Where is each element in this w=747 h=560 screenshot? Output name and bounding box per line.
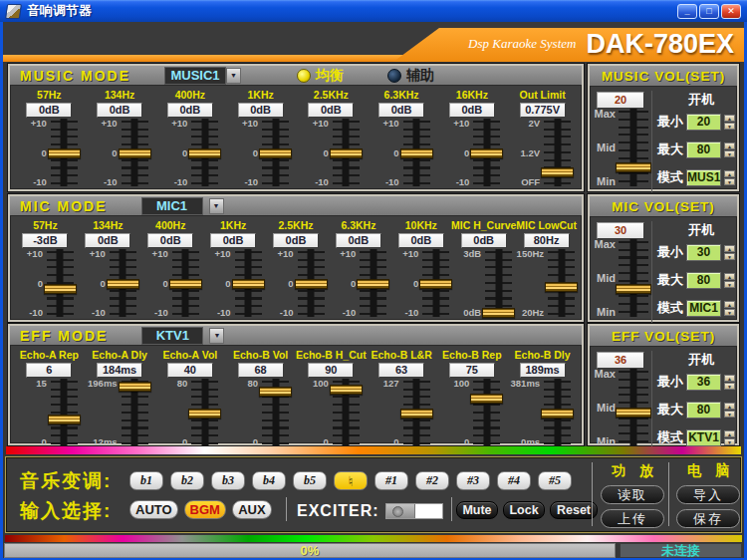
slider-handle[interactable] (259, 148, 292, 158)
vol-slider-handle[interactable] (616, 162, 651, 172)
spinner[interactable]: ▲▼ (724, 273, 735, 288)
slider-handle[interactable] (107, 279, 139, 289)
transpose-button-#5[interactable]: #5 (538, 471, 572, 490)
toggle-knob[interactable] (386, 504, 415, 518)
reset-button[interactable]: Reset (550, 501, 598, 519)
spinner-down-icon[interactable]: ▼ (724, 309, 735, 316)
slider-track[interactable] (110, 251, 136, 315)
slider-handle[interactable] (44, 284, 77, 294)
amp-upload-button[interactable]: 上传 (601, 509, 664, 528)
setting-value[interactable]: 80 (686, 402, 721, 419)
spinner-up-icon[interactable]: ▲ (724, 403, 735, 410)
eff-preset-value[interactable]: KTV1 (141, 327, 203, 345)
slider-handle[interactable] (541, 409, 574, 419)
slider-track[interactable] (51, 381, 78, 444)
slider-track[interactable] (47, 251, 74, 315)
slider-handle[interactable] (470, 394, 503, 404)
close-button[interactable]: ✕ (721, 4, 741, 19)
spinner-down-icon[interactable]: ▼ (724, 281, 735, 288)
spinner-up-icon[interactable]: ▲ (724, 245, 735, 252)
amp-read-button[interactable]: 读取 (601, 485, 664, 504)
spinner-down-icon[interactable]: ▼ (724, 438, 735, 445)
setting-value[interactable]: 30 (686, 244, 721, 261)
vol-slider-handle[interactable] (616, 408, 651, 418)
spinner-down-icon[interactable]: ▼ (724, 253, 735, 260)
mic-preset-dropdown[interactable]: MIC1 ▼ (141, 197, 224, 215)
spinner-down-icon[interactable]: ▼ (724, 150, 735, 157)
slider-handle[interactable] (541, 167, 574, 177)
slider-track[interactable] (262, 381, 289, 444)
slider-handle[interactable] (400, 409, 433, 419)
slider-track[interactable] (333, 381, 360, 444)
maximize-button[interactable]: □ (699, 4, 719, 19)
slider-track[interactable] (122, 121, 148, 184)
pc-save-button[interactable]: 保存 (676, 509, 740, 528)
transpose-button-#3[interactable]: #3 (456, 471, 490, 490)
slider-track[interactable] (298, 251, 325, 315)
spinner-down-icon[interactable]: ▼ (724, 178, 735, 185)
slider-handle[interactable] (119, 148, 151, 158)
setting-value[interactable]: 20 (686, 114, 721, 131)
transpose-button-b5[interactable]: b5 (293, 471, 327, 490)
slider-track[interactable] (403, 381, 430, 444)
slider-handle[interactable] (482, 308, 515, 318)
slider-handle[interactable] (470, 148, 503, 158)
slider-track[interactable] (51, 121, 78, 184)
spinner[interactable]: ▲▼ (724, 375, 735, 390)
exciter-toggle[interactable] (385, 503, 443, 519)
spinner[interactable]: ▲▼ (724, 170, 735, 185)
pc-import-button[interactable]: 导入 (676, 485, 740, 504)
mic-preset-value[interactable]: MIC1 (141, 197, 203, 215)
setting-value[interactable]: 80 (686, 141, 721, 158)
transpose-button-b3[interactable]: b3 (211, 471, 245, 490)
radio-auxiliary[interactable]: 辅助 (387, 67, 434, 85)
spinner-up-icon[interactable]: ▲ (724, 301, 735, 308)
transpose-button-#2[interactable]: #2 (415, 471, 449, 490)
slider-handle[interactable] (400, 148, 433, 158)
setting-value[interactable]: MIC1 (686, 300, 721, 317)
input-source-button-AUX[interactable]: AUX (232, 500, 272, 519)
vol-slider-track[interactable] (619, 241, 648, 315)
slider-handle[interactable] (295, 279, 328, 289)
transpose-button-♮[interactable]: ♮ (334, 471, 368, 490)
setting-value[interactable]: MUS1 (686, 169, 721, 186)
slider-track[interactable] (262, 121, 289, 184)
slider-track[interactable] (485, 251, 512, 315)
transpose-button-b4[interactable]: b4 (252, 471, 286, 490)
transpose-button-#1[interactable]: #1 (374, 471, 408, 490)
slider-track[interactable] (235, 251, 262, 315)
slider-handle[interactable] (48, 415, 81, 424)
transpose-button-b2[interactable]: b2 (170, 471, 204, 490)
spinner[interactable]: ▲▼ (724, 403, 735, 418)
slider-handle[interactable] (259, 387, 292, 397)
spinner-down-icon[interactable]: ▼ (724, 383, 735, 390)
slider-handle[interactable] (188, 148, 221, 158)
slider-track[interactable] (544, 121, 571, 184)
spinner-up-icon[interactable]: ▲ (724, 115, 735, 122)
slider-track[interactable] (422, 251, 449, 315)
music-preset-value[interactable]: MUSIC1 (164, 67, 226, 85)
slider-handle[interactable] (330, 148, 363, 158)
slider-handle[interactable] (419, 279, 452, 289)
slider-handle[interactable] (545, 282, 578, 292)
slider-track[interactable] (333, 121, 360, 184)
spinner-up-icon[interactable]: ▲ (724, 430, 735, 437)
spinner[interactable]: ▲▼ (724, 430, 735, 445)
slider-track[interactable] (548, 251, 575, 315)
spinner-up-icon[interactable]: ▲ (724, 170, 735, 177)
mute-button[interactable]: Mute (456, 501, 498, 519)
spinner[interactable]: ▲▼ (724, 115, 735, 130)
chevron-down-icon[interactable]: ▼ (209, 198, 224, 214)
spinner[interactable]: ▲▼ (724, 142, 735, 157)
setting-value[interactable]: 80 (686, 272, 721, 289)
slider-track[interactable] (191, 121, 218, 184)
spinner-down-icon[interactable]: ▼ (724, 411, 735, 418)
slider-track[interactable] (473, 121, 500, 184)
slider-handle[interactable] (188, 409, 221, 419)
slider-handle[interactable] (169, 279, 202, 289)
spinner[interactable]: ▲▼ (724, 301, 735, 316)
spinner-up-icon[interactable]: ▲ (724, 273, 735, 280)
slider-handle[interactable] (357, 279, 389, 289)
slider-track[interactable] (544, 381, 571, 444)
vol-slider-handle[interactable] (616, 284, 651, 294)
